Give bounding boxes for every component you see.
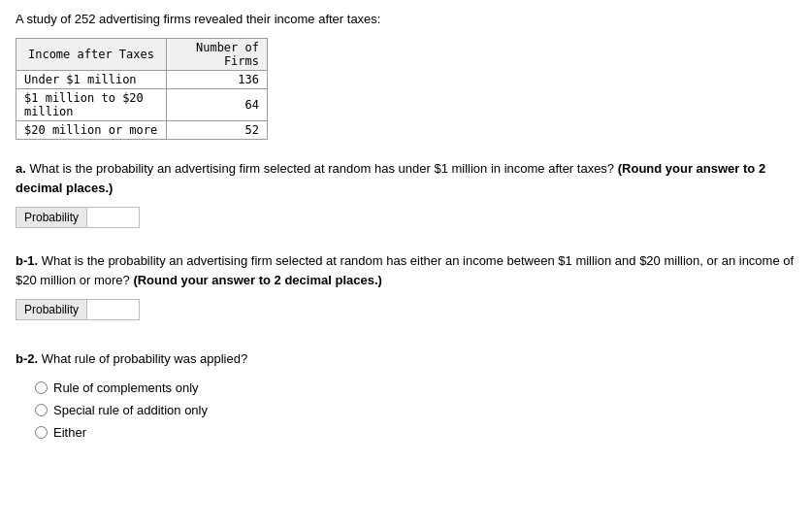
probability-a-row: Probability (16, 207, 796, 228)
radio-label-1: Special rule of addition only (53, 403, 208, 417)
question-b2-section: b-2. What rule of probability was applie… (16, 349, 796, 440)
radio-group: Rule of complements onlySpecial rule of … (16, 380, 796, 440)
data-table: Income after Taxes Number of Firms Under… (16, 38, 268, 140)
prob-a-input[interactable] (86, 207, 140, 228)
radio-option-2[interactable] (35, 426, 48, 439)
question-a-section: a. What is the probability an advertisin… (16, 159, 796, 228)
radio-item[interactable]: Rule of complements only (35, 380, 796, 395)
question-a-text: a. What is the probability an advertisin… (16, 159, 796, 197)
radio-item[interactable]: Either (35, 425, 796, 440)
question-b1-label: b-1. (16, 253, 38, 268)
table-cell-value: 136 (166, 71, 267, 89)
intro-text: A study of 252 advertising firms reveale… (16, 12, 796, 26)
col2-header: Number of Firms (166, 39, 267, 71)
question-b2-text: b-2. What rule of probability was applie… (16, 349, 796, 369)
radio-option-0[interactable] (35, 381, 48, 394)
table-cell-value: 64 (166, 89, 267, 121)
prob-b1-input[interactable] (86, 299, 140, 320)
question-a-label: a. (16, 161, 26, 176)
question-b1-text: b-1. What is the probability an advertis… (16, 251, 796, 289)
question-b2-body-text: What rule of probability was applied? (42, 351, 247, 366)
probability-b1-row: Probability (16, 299, 796, 320)
radio-option-1[interactable] (35, 404, 48, 416)
table-cell-label: $1 million to $20 million (16, 89, 167, 121)
question-a-body-text: What is the probability an advertising f… (29, 161, 614, 176)
prob-a-label: Probability (16, 207, 86, 228)
table-row: $1 million to $20 million64 (16, 89, 268, 121)
table-cell-label: Under $1 million (16, 71, 167, 89)
radio-label-0: Rule of complements only (53, 380, 199, 395)
prob-b1-label: Probability (16, 299, 86, 320)
radio-label-2: Either (53, 425, 86, 440)
question-b1-highlight-text: (Round your answer to 2 decimal places.) (133, 273, 381, 287)
table-cell-label: $20 million or more (16, 121, 167, 140)
radio-item[interactable]: Special rule of addition only (35, 403, 796, 417)
question-b1-section: b-1. What is the probability an advertis… (16, 251, 796, 320)
table-cell-value: 52 (166, 121, 267, 140)
table-row: Under $1 million136 (16, 71, 268, 89)
col1-header: Income after Taxes (16, 39, 167, 71)
question-b2-label: b-2. (16, 351, 38, 366)
table-row: $20 million or more52 (16, 121, 268, 140)
